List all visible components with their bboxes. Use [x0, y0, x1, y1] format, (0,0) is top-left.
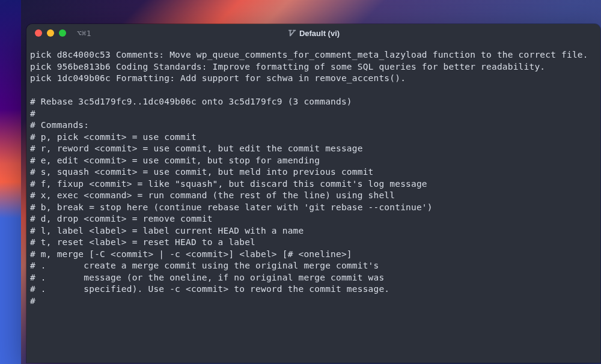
terminal-content[interactable]: pick d8c4000c53 Comments: Move wp_queue_…: [26, 42, 600, 311]
terminal-window: ⌥⌘1 Default (vi) pick d8c4000c53 Comment…: [26, 24, 600, 363]
close-button[interactable]: [35, 29, 42, 37]
terminal-line: # Commands:: [30, 120, 597, 132]
terminal-line: #: [30, 108, 597, 120]
terminal-line: # s, squash <commit> = use commit, but m…: [30, 166, 597, 178]
terminal-line: # Rebase 3c5d179fc9..1dc049b06c onto 3c5…: [30, 96, 597, 108]
terminal-line: # f, fixup <commit> = like "squash", but…: [30, 178, 597, 190]
terminal-line: pick 956be813b6 Coding Standards: Improv…: [30, 61, 597, 73]
terminal-line: # b, break = stop here (continue rebase …: [30, 202, 597, 214]
terminal-line: # x, exec <command> = run command (the r…: [30, 190, 597, 202]
tab-indicator: ⌥⌘1: [77, 29, 91, 38]
terminal-line: pick 1dc049b06c Formatting: Add support …: [30, 73, 597, 85]
terminal-line: # t, reset <label> = reset HEAD to a lab…: [30, 237, 597, 249]
terminal-line: # l, label <label> = label current HEAD …: [30, 225, 597, 237]
terminal-line: #: [30, 296, 597, 308]
terminal-line: # . specified). Use -c <commit> to rewor…: [30, 284, 597, 296]
terminal-line: # . message (or the oneline, if no origi…: [30, 272, 597, 284]
terminal-line: # e, edit <commit> = use commit, but sto…: [30, 155, 597, 167]
window-title: Default (vi): [287, 29, 340, 38]
terminal-line: pick d8c4000c53 Comments: Move wp_queue_…: [30, 49, 597, 61]
terminal-line: # d, drop <commit> = remove commit: [30, 213, 597, 225]
window-titlebar[interactable]: ⌥⌘1 Default (vi): [26, 24, 600, 42]
traffic-lights: [35, 29, 66, 37]
minimize-button[interactable]: [47, 29, 54, 37]
vim-icon: [287, 29, 296, 37]
terminal-line: # r, reword <commit> = use commit, but e…: [30, 143, 597, 155]
terminal-line: # p, pick <commit> = use commit: [30, 132, 597, 144]
terminal-line: [30, 85, 597, 97]
terminal-line: # m, merge [-C <commit> | -c <commit>] <…: [30, 249, 597, 261]
window-title-text: Default (vi): [299, 29, 340, 38]
terminal-line: # . create a merge commit using the orig…: [30, 260, 597, 272]
maximize-button[interactable]: [59, 29, 66, 37]
